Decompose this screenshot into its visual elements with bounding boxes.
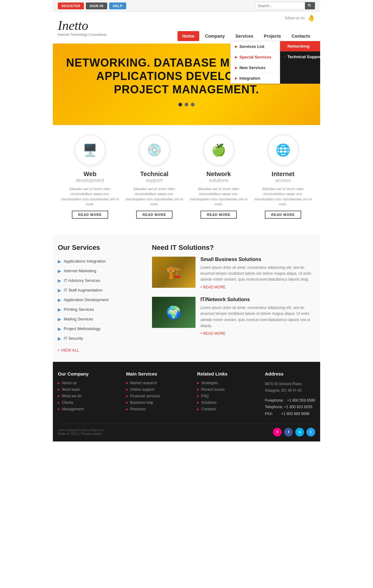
arrow-icon: ▶ [58,388,60,391]
arrow-icon: ▶ [58,408,60,411]
telephone-label: Telephone: [265,405,283,409]
arrow-icon: ▶ [235,45,237,48]
arrow-icon: ▶ [197,388,199,391]
nav-item-services[interactable]: Services ▶ Services List ▶ Special Servi… [230,31,258,41]
feature-web-desc: Eibudam aet ut rerum odes necessitatibus… [61,186,119,207]
flickr-icon[interactable]: f [273,428,282,436]
solution-img-1: 🏗️ [152,257,196,288]
header: Inetto Internet Technology Consultants f… [53,12,320,44]
list-item[interactable]: ▶Management [58,407,89,411]
list-item[interactable]: ▶IT Security [58,334,140,343]
solution-readmore-2[interactable]: • READ MORE [200,331,315,336]
feature-web-readmore[interactable]: READ MORE [72,211,108,219]
service-label: Applications Integration [64,259,106,264]
list-item[interactable]: ▶Applications Integration [58,257,140,266]
dd-item-services-list[interactable]: ▶ Services List [231,41,280,52]
follow-area: follow us on: 🤚 [285,14,315,22]
arrow-icon: ▶ [58,401,60,404]
address-city: Glasgow, DC 45 Fr 45. [265,388,302,393]
feature-internet-readmore[interactable]: READ MORE [265,211,301,219]
twitter-icon[interactable]: t [306,428,315,436]
list-item[interactable]: ▶Financial services [126,394,160,398]
freephone: +1 800 559 6580 [287,398,315,403]
bullet-icon: • [284,55,286,58]
solution-readmore-1[interactable]: • READ MORE [200,285,315,289]
list-item[interactable]: ▶What we do [58,394,89,398]
list-item[interactable]: ▶Internet Marketing [58,266,140,276]
dot-3[interactable] [191,103,195,106]
footer-company: Our Company ▶About us ▶Work team ▶What w… [58,371,89,418]
list-item[interactable]: ▶Online support [126,387,160,392]
service-list: ▶Applications Integration ▶Internet Mark… [58,257,140,343]
facebook-icon[interactable]: f [284,428,293,436]
list-item[interactable]: ▶IT Advisory Services [58,276,140,286]
play-icon: ▶ [58,336,61,341]
service-label: Project Methodology [64,326,101,331]
list-item[interactable]: ▶Strategies [197,381,228,385]
features-row: 🖥️ Web development Eibudam aet ut rerum … [53,144,320,234]
skype-icon[interactable]: s [295,428,304,436]
list-item[interactable]: ▶Clients [58,400,89,405]
list-item[interactable]: ▶Mailing Services [58,315,140,324]
register-button[interactable]: REGISTER [58,2,84,9]
telephone: +1 800 603 6035 [284,405,312,409]
play-icon: ▶ [58,259,61,264]
list-item[interactable]: ▶Work team [58,387,89,392]
list-item[interactable]: ▶Contacts [197,407,228,411]
feature-network-readmore[interactable]: READ MORE [200,211,237,219]
nav-item-projects[interactable]: Projects [259,31,286,41]
list-item[interactable]: ▶Business help [126,400,160,405]
solution-img-2: 🌍 [152,297,196,328]
bullet-icon: • [200,331,202,336]
footer-copyright: Inetto © 2011 | Privacy policy [58,432,105,436]
list-item[interactable]: ▶Printing Services [58,305,140,315]
list-item[interactable]: ▶Recent issues [197,387,228,392]
arrow-icon: ▶ [197,401,199,404]
service-label: Internet Marketing [64,268,96,273]
top-bar-buttons: REGISTER SIGN IN HELP [58,2,126,9]
sm-item-technical-support[interactable]: • Technical Support [280,52,320,62]
list-item[interactable]: ▶Premises [126,407,160,411]
list-item[interactable]: ▶About us [58,381,89,385]
solution-card-1: 🏗️ Small Business Solutions Lorem ipsum … [152,257,315,290]
feature-web: 🖥️ Web development Eibudam aet ut rerum … [58,144,122,225]
list-item[interactable]: ▶FAQ [197,394,228,398]
it-solutions-title: Need IT Solutions? [152,244,315,252]
list-item[interactable]: ▶IT Staff Augmentation [58,286,140,295]
footer-cols: Our Company ▶About us ▶Work team ▶What w… [58,371,315,418]
footer-bottom: www.heritagechristiancollege.com Inetto … [58,424,315,436]
play-icon: ▶ [58,268,61,273]
list-item[interactable]: ▶Application Development [58,295,140,305]
feature-internet-desc: Eibudam aet ut rerum odes necessitatibus… [254,186,312,207]
nav-item-home[interactable]: Home [177,31,200,41]
search-button[interactable]: 🔍 [305,2,315,9]
dot-1[interactable] [178,103,182,106]
sm-label-technical-support: Technical Support [288,54,320,59]
arrow-icon: ▶ [126,388,128,391]
dot-2[interactable] [185,103,188,106]
list-item[interactable]: ▶Market research [126,381,160,385]
play-icon: ▶ [58,326,61,331]
list-item[interactable]: ▶Solutions [197,400,228,405]
nav-item-contacts[interactable]: Contacts [287,31,315,41]
dd-item-new-services[interactable]: ▶ New Services [231,63,280,73]
play-icon: ▶ [58,278,61,283]
logo-area: Inetto Internet Technology Consultants [58,19,107,36]
help-button[interactable]: HELP [109,2,126,9]
signin-button[interactable]: SIGN IN [86,2,107,9]
footer-site: www.heritagechristiancollege.com [58,428,105,432]
search-input[interactable] [255,2,305,9]
footer-services-list: ▶Market research ▶Online support ▶Financ… [126,381,160,411]
feature-technical-readmore[interactable]: READ MORE [136,211,172,219]
top-bar-search: 🔍 [255,2,315,10]
list-item[interactable]: ▶Project Methodology [58,324,140,334]
follow-icon: 🤚 [307,14,315,22]
dd-item-special-services[interactable]: ▶ Special Services [231,52,280,63]
nav-item-company[interactable]: Company [200,31,230,41]
feature-internet-icon: 🌐 [268,134,299,166]
arrow-icon: ▶ [197,381,199,385]
dd-item-integration[interactable]: ▶ Integration [231,73,280,83]
sm-item-networking[interactable]: • Networking [280,41,320,52]
feature-technical-desc: Eibudam aet ut rerum odes necessitatibus… [125,186,183,207]
view-all-link[interactable]: • VIEW ALL [58,348,140,352]
